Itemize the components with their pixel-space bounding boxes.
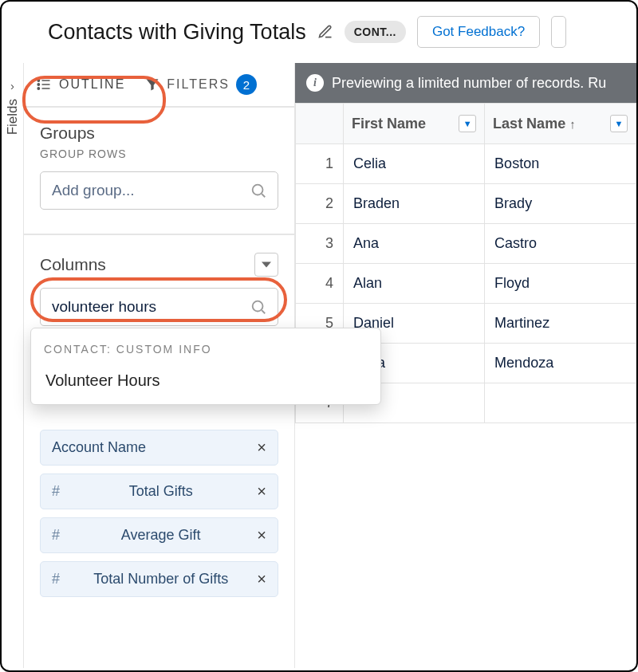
svg-point-4 [37,88,39,89]
cell-last-name[interactable]: Mendoza [485,344,636,383]
column-pill[interactable]: #Average Gift× [40,517,278,553]
number-icon: # [52,527,60,544]
column-pill[interactable]: #Total Gifts× [40,474,278,509]
columns-section: Columns CONTACT: CUSTOM INFO Volunteer H… [24,235,294,613]
col-last-name[interactable]: Last Name ↑ ▼ [485,104,636,144]
tab-filters[interactable]: FILTERS 2 [144,74,257,95]
columns-menu-button[interactable] [254,253,278,277]
banner-text: Previewing a limited number of records. … [332,75,606,92]
row-number: 1 [296,144,344,184]
tab-filters-label: FILTERS [167,77,230,92]
cell-first-name[interactable]: Alan [344,264,485,304]
autocomplete-item[interactable]: Volunteer Hours [44,367,368,395]
list-icon [35,77,53,92]
groups-section: Groups GROUP ROWS [24,108,294,214]
tab-outline-label: OUTLINE [59,77,125,92]
add-group-input[interactable] [40,171,278,210]
cell-first-name[interactable]: Braden [344,184,485,224]
row-number: 4 [296,264,344,304]
pencil-icon[interactable] [317,24,333,40]
svg-point-6 [253,185,263,195]
cell-last-name[interactable]: Castro [485,224,636,264]
chevron-right-icon: › [10,79,14,92]
svg-line-7 [262,194,265,197]
cell-last-name[interactable]: Martinez [485,304,636,344]
remove-column-icon[interactable]: × [257,438,266,457]
row-number: 3 [296,224,344,264]
column-pill-label: Account Name [52,439,146,456]
table-row: 1CeliaBoston [296,144,636,184]
column-pill-label: Total Number of Gifts [93,571,228,588]
table-row: 4AlanFloyd [296,264,636,304]
col-first-name[interactable]: First Name ▼ [344,104,485,144]
svg-point-0 [37,80,39,81]
preview-banner: i Previewing a limited number of records… [295,63,636,103]
fields-rail-label: Fields [5,99,21,135]
column-pill[interactable]: Account Name× [40,430,278,466]
svg-point-8 [253,301,263,312]
object-chip[interactable]: CONT... [345,21,406,43]
sort-asc-icon: ↑ [569,117,576,131]
columns-autocomplete: CONTACT: CUSTOM INFO Volunteer Hours [30,328,381,405]
info-icon: i [306,74,324,92]
columns-heading: Columns [40,255,106,274]
column-menu-button[interactable]: ▼ [610,115,628,132]
cell-last-name[interactable]: Floyd [485,264,636,304]
search-icon [250,182,267,199]
cell-first-name[interactable]: Celia [344,144,485,184]
number-icon: # [52,571,60,588]
col-first-name-label: First Name [352,116,426,132]
column-pill[interactable]: #Total Number of Gifts× [40,561,278,597]
overflow-button[interactable] [551,16,566,48]
cell-last-name[interactable] [485,383,636,423]
main-area: › Fields OUTLINE FILTERS 2 Groups GROUP … [2,63,636,668]
column-pill-label: Total Gifts [129,483,193,500]
row-number: 2 [296,184,344,224]
panel-tabs: OUTLINE FILTERS 2 [24,63,294,108]
fields-rail[interactable]: › Fields [2,63,24,668]
remove-column-icon[interactable]: × [257,570,266,588]
svg-line-9 [262,310,265,313]
number-icon: # [52,483,60,500]
cell-last-name[interactable]: Boston [485,144,636,184]
left-panel: OUTLINE FILTERS 2 Groups GROUP ROWS [24,63,295,668]
table-row: 2BradenBrady [296,184,636,224]
groups-heading: Groups [40,124,278,143]
col-last-name-label: Last Name [493,116,565,132]
report-title: Contacts with Giving Totals [48,20,306,45]
columns-search-input[interactable] [40,288,278,326]
svg-point-2 [37,84,39,85]
rownum-header [296,104,344,144]
cell-last-name[interactable]: Brady [485,184,636,224]
tab-outline[interactable]: OUTLINE [35,77,125,92]
column-menu-button[interactable]: ▼ [459,115,476,132]
feedback-button[interactable]: Got Feedback? [417,16,540,48]
funnel-icon [144,77,160,92]
filters-count-badge: 2 [236,74,257,95]
column-pill-label: Average Gift [121,527,201,544]
remove-column-icon[interactable]: × [257,482,266,501]
remove-column-icon[interactable]: × [257,526,266,544]
search-icon [250,298,267,316]
report-header: Contacts with Giving Totals CONT... Got … [2,2,636,63]
autocomplete-category: CONTACT: CUSTOM INFO [44,343,368,356]
cell-first-name[interactable]: Ana [344,224,485,264]
group-rows-subhead: GROUP ROWS [40,147,278,160]
table-row: 3AnaCastro [296,224,636,264]
